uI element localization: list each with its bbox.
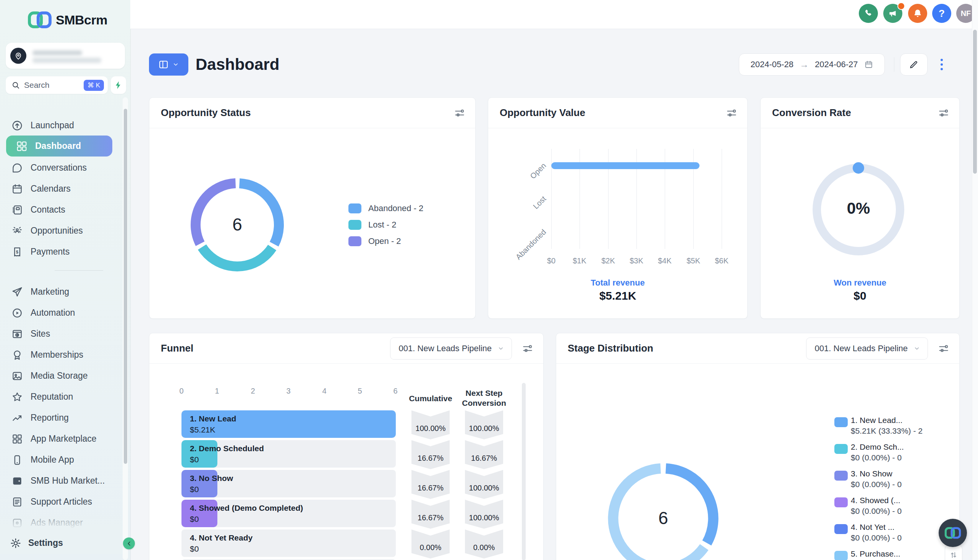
sidebar-item-opportunities[interactable]: Opportunities (0, 220, 128, 241)
brand-logo-icon (945, 526, 961, 540)
contacts-icon (12, 204, 23, 216)
xtick: $4K (649, 257, 680, 265)
opportunity-status-total: 6 (199, 214, 276, 235)
funnel-row-4[interactable]: 4. Showed (Demo Completed)$0 (181, 500, 396, 527)
search-icon (11, 80, 20, 90)
sidebar-scrollbar-thumb[interactable] (124, 109, 127, 464)
search-placeholder: Search (24, 80, 84, 90)
sidebar-item-calendars[interactable]: Calendars (0, 178, 128, 199)
smbcrm-floating-button[interactable] (939, 519, 967, 547)
next-step-cell-4: 100.00% (465, 500, 503, 529)
account-selector[interactable] (6, 43, 125, 69)
cumulative-cell-3: 16.67% (411, 470, 450, 499)
megaphone-icon (888, 8, 898, 18)
sidebar-item-dashboard[interactable]: Dashboard (6, 135, 112, 157)
stage-distribution-donut (598, 453, 728, 560)
date-end: 2024-06-27 (815, 60, 858, 70)
pipeline-select[interactable]: 001. New Leads Pipeline (806, 337, 928, 360)
grid-icon (12, 433, 23, 445)
play-circle-icon (12, 307, 23, 319)
legend-item-lost[interactable]: Lost - 2 (348, 220, 396, 230)
sidebar-divider (55, 270, 103, 271)
next-step-cell-1: 100.00% (465, 410, 503, 439)
gear-icon (10, 537, 22, 549)
won-revenue-label: Won revenue (761, 278, 959, 288)
dashboard-icon (16, 140, 27, 152)
quick-actions-button[interactable] (111, 77, 126, 94)
funnel-row-3[interactable]: 3. No Show$0 (181, 470, 396, 497)
chevron-down-icon (497, 345, 505, 352)
pipeline-select[interactable]: 001. New Leads Pipeline (390, 337, 512, 360)
trend-up-icon (12, 412, 23, 424)
sidebar-item-mobile-app[interactable]: Mobile App (0, 449, 128, 470)
question-icon: ? (939, 8, 945, 20)
card-title: Opportunity Value (500, 107, 585, 119)
search-input[interactable]: Search ⌘ K (6, 77, 108, 94)
star-icon (12, 391, 23, 403)
help-button[interactable]: ? (932, 4, 951, 23)
sidebar-item-reporting[interactable]: Reporting (0, 407, 128, 428)
sidebar-collapse-button[interactable] (123, 537, 135, 549)
funnel-col-cumulative: Cumulative (402, 393, 459, 403)
opportunities-icon (12, 225, 23, 237)
funnel-axis-3: 3 (277, 387, 300, 395)
dashboard-menu-button[interactable] (938, 56, 946, 73)
sidebar-item-launchpad[interactable]: Launchpad (0, 115, 128, 136)
total-revenue-value: $5.21K (488, 289, 747, 302)
funnel-row-2[interactable]: 2. Demo Scheduled$0 (181, 440, 396, 468)
card-conversion-rate: Conversion Rate 0% Won revenue $0 (760, 97, 960, 319)
legend-swatch (348, 236, 361, 246)
sliders-icon[interactable] (938, 107, 950, 119)
xtick: $6K (706, 257, 737, 265)
sidebar-item-sites[interactable]: Sites (0, 323, 128, 344)
sidebar-item-app-marketplace[interactable]: App Marketplace (0, 428, 128, 449)
funnel-axis-0: 0 (170, 387, 193, 395)
conversion-rate-value: 0% (820, 199, 897, 218)
sidebar-item-payments[interactable]: Payments (0, 241, 128, 262)
legend-item-open[interactable]: Open - 2 (348, 236, 401, 246)
sliders-icon[interactable] (938, 343, 950, 354)
calendar-icon (12, 183, 23, 195)
sidebar-item-memberships[interactable]: Memberships (0, 344, 128, 365)
sidebar-item-automation[interactable]: Automation (0, 302, 128, 323)
bell-icon (913, 8, 923, 18)
funnel-axis-4: 4 (313, 387, 336, 395)
xtick: $5K (678, 257, 709, 265)
date-range-picker[interactable]: 2024-05-28 → 2024-06-27 (739, 53, 885, 76)
card-opportunity-status: Opportunity Status 6 Abandoned - 2 Lost … (149, 97, 476, 319)
page-title: Dashboard (196, 53, 279, 76)
sliders-icon[interactable] (522, 343, 533, 354)
card-title: Opportunity Status (161, 107, 251, 119)
arrow-right-icon: → (799, 59, 809, 70)
wallet-icon (12, 475, 23, 487)
date-start: 2024-05-28 (750, 60, 794, 70)
notifications-button[interactable] (908, 4, 927, 23)
payments-icon (12, 246, 23, 258)
smartphone-icon (12, 454, 23, 466)
call-button[interactable] (859, 4, 878, 23)
sliders-icon[interactable] (454, 107, 465, 119)
avatar-initials: NF (961, 9, 971, 18)
sidebar-item-media-storage[interactable]: Media Storage (0, 365, 128, 386)
won-revenue-value: $0 (761, 289, 959, 302)
sidebar-item-settings[interactable]: Settings (0, 533, 122, 553)
sidebar-item-smb-hub-market[interactable]: SMB Hub Market... (0, 470, 128, 491)
sidebar-item-contacts[interactable]: Contacts (0, 199, 128, 220)
sidebar-item-reputation[interactable]: Reputation (0, 386, 128, 407)
page-scrollbar-thumb[interactable] (973, 30, 977, 174)
sidebar-item-marketing[interactable]: Marketing (0, 281, 128, 302)
dashboard-picker-button[interactable] (149, 53, 188, 76)
edit-dashboard-button[interactable] (900, 53, 928, 76)
legend-item-abandoned[interactable]: Abandoned - 2 (348, 203, 423, 213)
pencil-icon (909, 60, 919, 70)
funnel-scrollbar-thumb[interactable] (522, 383, 526, 560)
total-revenue-label: Total revenue (488, 278, 747, 288)
sidebar-item-conversations[interactable]: Conversations (0, 157, 128, 178)
browser-globe-icon (12, 328, 23, 340)
sliders-icon[interactable] (726, 107, 737, 119)
funnel-row-5[interactable]: 4. Not Yet Ready$0 (181, 530, 396, 557)
xtick: $3K (621, 257, 652, 265)
scroll-sort-button[interactable] (945, 545, 962, 560)
sidebar-bottom-fade (0, 505, 122, 534)
funnel-row-1[interactable]: 1. New Lead$5.21K (181, 410, 396, 438)
